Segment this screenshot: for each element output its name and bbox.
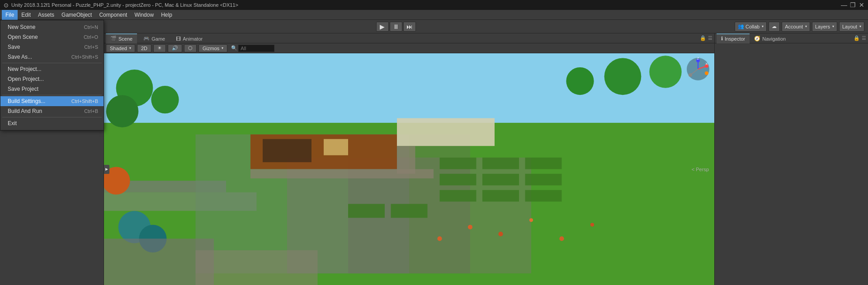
build-settings-shortcut: Ctrl+Shift+B [71,98,98,104]
layout-button[interactable]: Layout ▾ [839,22,864,32]
svg-point-41 [529,218,533,222]
build-and-run-shortcut: Ctrl+B [84,108,98,114]
menu-open-project[interactable]: Open Project... [0,74,104,84]
menu-new-scene[interactable]: New Scene Ctrl+N [0,22,104,32]
cloud-icon: ☁ [772,23,777,29]
effects-button[interactable]: ⬡ [184,44,197,52]
unity-logo: ⊙ [4,2,9,9]
title-bar: ⊙ Unity 2018.3.12f1 Personal - Puzzle_PH… [0,0,868,10]
lighting-button[interactable]: ☀ [153,44,166,52]
menu-component[interactable]: Component [95,10,131,20]
menu-edit[interactable]: Edit [18,10,34,20]
collapse-left-button[interactable]: ▶ [104,165,109,174]
svg-rect-12 [482,174,519,186]
save-label: Save [8,44,20,50]
menu-build-settings[interactable]: Build Settings... Ctrl+Shift+B [0,96,104,106]
menu-gameobject[interactable]: GameObject [58,10,95,20]
scene-lock-icon[interactable]: 🔒 [700,35,706,41]
menu-window[interactable]: Window [131,10,157,20]
layout-caret: ▾ [859,24,861,28]
window-controls: — ❐ ✕ [841,2,864,8]
svg-point-44 [437,236,442,241]
account-button[interactable]: Account ▾ [782,22,810,32]
svg-point-26 [649,56,681,88]
svg-rect-17 [348,204,385,218]
shading-dropdown[interactable]: Shaded ▾ [106,44,135,52]
save-as-shortcut: Ctrl+Shift+S [71,54,98,60]
save-project-label: Save Project [8,86,38,92]
scene-tabs-bar: 🎬 Scene 🎮 Game 🎞 Animator 🔒 ☰ [104,33,714,43]
maximize-button[interactable]: ❐ [850,2,855,8]
game-tab-icon: 🎮 [143,36,150,42]
svg-rect-18 [391,204,428,218]
menu-save-as[interactable]: Save As... Ctrl+Shift+S [0,52,104,62]
scene-view[interactable]: Z X < Persp ▶ [104,53,714,285]
menu-assets[interactable]: Assets [34,10,58,20]
main-layout: Hierarchy ☰ 🔒 ◻ EventSystem ▶ ◻ Ground ▶… [0,33,868,285]
audio-button[interactable]: 🔊 [168,44,182,52]
window-title: Unity 2018.3.12f1 Personal - Puzzle_PHP_… [11,2,841,8]
menu-open-scene[interactable]: Open Scene Ctrl+O [0,32,104,42]
menu-file[interactable]: File [2,10,18,20]
menu-save-project[interactable]: Save Project [0,84,104,94]
svg-point-60 [705,71,708,75]
mode-2d-button[interactable]: 2D [137,44,151,52]
pause-button[interactable]: ⏸ [390,22,402,32]
step-button[interactable]: ⏭ [403,22,416,32]
new-scene-label: New Scene [8,24,35,30]
svg-point-27 [566,67,594,95]
svg-rect-11 [440,174,476,186]
inspector-tab[interactable]: ℹ Inspector [717,33,750,43]
scene-search-input[interactable] [238,45,274,52]
scene-menu-icon[interactable]: ☰ [708,35,712,41]
navigation-tab[interactable]: 🧭 Navigation [750,33,790,43]
svg-point-25 [604,58,642,95]
svg-rect-35 [324,139,348,155]
minimize-button[interactable]: — [841,2,846,8]
exit-label: Exit [8,120,17,126]
svg-point-21 [106,95,138,127]
gizmos-dropdown[interactable]: Gizmos ▾ [198,44,227,52]
close-button[interactable]: ✕ [859,2,864,8]
audio-icon: 🔊 [172,45,178,51]
scene-tab-animator[interactable]: 🎞 Animator [171,33,207,43]
save-shortcut: Ctrl+S [84,44,98,50]
svg-point-42 [559,236,564,241]
inspector-icon: ℹ [721,36,723,42]
menu-help[interactable]: Help [157,10,176,20]
inspector-menu-icon[interactable]: ☰ [862,35,866,41]
right-panel-tabs: ℹ Inspector 🧭 Navigation 🔒 ☰ [715,33,868,43]
build-and-run-label: Build And Run [8,108,42,114]
svg-point-20 [151,86,179,113]
svg-rect-13 [525,174,562,186]
collab-label: Collab [745,24,760,29]
inspector-lock-icon[interactable]: 🔒 [854,35,860,41]
menu-new-project[interactable]: New Project... [0,64,104,74]
layers-button[interactable]: Layers ▾ [812,22,837,32]
gizmo-widget: Z X [686,57,711,82]
gizmos-caret: ▾ [222,46,223,50]
cloud-button[interactable]: ☁ [769,22,780,32]
account-caret: ▾ [805,24,807,28]
navigation-icon: 🧭 [754,36,760,42]
animator-tab-icon: 🎞 [176,36,181,42]
inspector-label: Inspector [725,36,745,42]
open-project-label: Open Project... [8,76,44,82]
gizmo-axes: Z X [686,57,711,82]
shading-caret: ▾ [129,46,131,50]
animator-tab-label: Animator [183,36,203,42]
search-icon: 🔍 [231,45,237,51]
inspector-content [715,43,868,285]
play-button[interactable]: ▶ [376,22,389,32]
new-project-label: New Project... [8,66,42,72]
menu-save[interactable]: Save Ctrl+S [0,42,104,52]
collab-button[interactable]: 👥 Collab ▾ [735,22,767,32]
scene-toolbar: Shaded ▾ 2D ☀ 🔊 ⬡ Gizmos ▾ 🔍 [104,43,714,53]
svg-rect-50 [196,250,318,285]
collab-icon: 👥 [738,23,744,29]
scene-tab-game[interactable]: 🎮 Game [139,33,170,43]
scene-tab-scene[interactable]: 🎬 Scene [106,33,137,43]
menu-build-and-run[interactable]: Build And Run Ctrl+B [0,106,104,116]
toolbar: ⊙ Pivot ⊙ Global ▶ ⏸ ⏭ 👥 Collab ▾ ☁ Acco… [0,20,868,33]
menu-exit[interactable]: Exit [0,118,104,128]
